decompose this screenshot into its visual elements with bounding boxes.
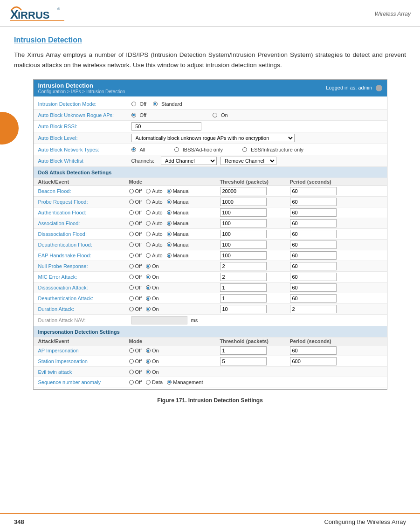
- disassoc-manual-radio[interactable]: [167, 232, 172, 236]
- mode-standard-radio[interactable]: [153, 102, 158, 106]
- duration-atk-off-radio[interactable]: [129, 307, 134, 311]
- auth-manual-radio[interactable]: [167, 210, 172, 215]
- deauth-flood-manual-radio[interactable]: [167, 242, 172, 247]
- duration-atk-on-radio[interactable]: [146, 307, 151, 311]
- network-all-radio[interactable]: [131, 147, 136, 152]
- deauth-atk-off-radio[interactable]: [129, 296, 134, 301]
- attack-period-cell: [290, 346, 360, 355]
- duration-nav-row: Duration Attack NAV: ms: [34, 315, 387, 326]
- duration-period-input[interactable]: [290, 305, 337, 313]
- eap-threshold-input[interactable]: [220, 251, 267, 260]
- attack-event-label: MIC Error Attack:: [38, 274, 129, 280]
- probe-threshold-input[interactable]: [220, 198, 267, 206]
- beacon-manual-radio[interactable]: [167, 189, 172, 193]
- duration-threshold-input[interactable]: [220, 305, 267, 313]
- disassoc-atk-period-input[interactable]: [290, 283, 337, 292]
- beacon-auto-radio[interactable]: [146, 189, 151, 193]
- deauth-atk-threshold-input[interactable]: [220, 294, 267, 303]
- deauth-flood-period-input[interactable]: [290, 241, 337, 249]
- gear-icon[interactable]: [376, 85, 382, 91]
- null-probe-off-radio[interactable]: [129, 264, 134, 268]
- eap-auto-radio[interactable]: [146, 253, 151, 258]
- auth-period-input[interactable]: [290, 208, 337, 217]
- table-row: Disassociation Flood: Off Auto Manual: [34, 229, 387, 240]
- deauth-flood-threshold-input[interactable]: [220, 241, 267, 249]
- sta-imp-threshold-input[interactable]: [220, 357, 267, 365]
- seq-mgmt-radio[interactable]: [167, 380, 172, 385]
- assoc-threshold-input[interactable]: [220, 219, 267, 227]
- sta-imp-on-radio[interactable]: [146, 359, 151, 364]
- sta-imp-period-input[interactable]: [290, 357, 337, 365]
- ap-imp-threshold-input[interactable]: [220, 346, 267, 355]
- seq-data-radio[interactable]: [146, 380, 151, 385]
- attack-period-cell: [290, 208, 360, 217]
- mic-period-input[interactable]: [290, 273, 337, 281]
- eap-off-radio[interactable]: [129, 253, 134, 258]
- attack-event-label: EAP Handshake Flood:: [38, 253, 129, 258]
- intro-paragraph: The Xirrus Array employs a number of IDS…: [14, 50, 406, 70]
- evil-off-radio[interactable]: [129, 370, 134, 374]
- mode-off-radio[interactable]: [131, 102, 136, 106]
- auto-block-on-radio[interactable]: [213, 113, 217, 117]
- deauth-atk-on-radio[interactable]: [146, 296, 151, 301]
- remove-channel-dropdown[interactable]: Remove Channel: [220, 157, 276, 165]
- beacon-off-radio[interactable]: [129, 189, 134, 193]
- duration-nav-input[interactable]: [131, 316, 187, 324]
- auto-block-off-radio[interactable]: [131, 113, 136, 117]
- assoc-manual-radio[interactable]: [167, 221, 172, 226]
- disassoc-period-input[interactable]: [290, 230, 337, 238]
- disassoc-atk-threshold-input[interactable]: [220, 283, 267, 292]
- null-probe-threshold-input[interactable]: [220, 262, 267, 270]
- table-row: Duration Attack: Off On: [34, 304, 387, 315]
- auto-block-rssi-input[interactable]: [131, 122, 201, 131]
- probe-period-input[interactable]: [290, 198, 337, 206]
- probe-off-radio[interactable]: [129, 200, 134, 204]
- attack-threshold-cell: [220, 273, 290, 281]
- deauth-atk-period-input[interactable]: [290, 294, 337, 303]
- network-ibss-radio[interactable]: [174, 147, 179, 152]
- disassoc-atk-on-radio[interactable]: [146, 285, 151, 290]
- impersonation-section-header: Impersonation Detection Settings: [34, 326, 387, 337]
- probe-auto-radio[interactable]: [146, 200, 151, 204]
- disassoc-atk-off-radio[interactable]: [129, 285, 134, 290]
- mic-threshold-input[interactable]: [220, 273, 267, 281]
- auto-block-level-dropdown[interactable]: Automatically block unknown rogue APs wi…: [131, 134, 295, 142]
- beacon-period-input[interactable]: [290, 187, 337, 195]
- eap-manual-radio[interactable]: [167, 253, 172, 258]
- table-row: Authentication Flood: Off Auto Manual: [34, 207, 387, 218]
- sta-imp-off-radio[interactable]: [129, 359, 134, 364]
- seq-off-radio[interactable]: [129, 380, 134, 385]
- add-channel-dropdown[interactable]: Add Channel: [161, 157, 217, 165]
- deauth-flood-auto-radio[interactable]: [146, 242, 151, 247]
- assoc-auto-radio[interactable]: [146, 221, 151, 226]
- ap-imp-period-input[interactable]: [290, 346, 337, 355]
- auth-auto-radio[interactable]: [146, 210, 151, 215]
- attack-mode-controls: Off Auto Manual: [129, 210, 220, 215]
- imp-col-event-header: Attack/Event: [38, 338, 129, 344]
- assoc-period-input[interactable]: [290, 219, 337, 227]
- beacon-threshold-input[interactable]: [220, 187, 267, 195]
- assoc-off-radio[interactable]: [129, 221, 134, 226]
- mic-off-radio[interactable]: [129, 275, 134, 279]
- auth-off-radio[interactable]: [129, 210, 134, 215]
- attack-threshold-cell: [220, 283, 290, 292]
- deauth-flood-off-radio[interactable]: [129, 242, 134, 247]
- table-row: Evil twin attack Off On: [34, 367, 387, 377]
- attack-mode-controls: Off On: [129, 348, 220, 353]
- probe-manual-radio[interactable]: [167, 200, 172, 204]
- null-probe-on-radio[interactable]: [146, 264, 151, 268]
- eap-period-input[interactable]: [290, 251, 337, 260]
- auth-threshold-input[interactable]: [220, 208, 267, 217]
- disassoc-off-radio[interactable]: [129, 232, 134, 236]
- disassoc-threshold-input[interactable]: [220, 230, 267, 238]
- panel-header: Intrusion Detection Configuration > IAPs…: [34, 80, 387, 96]
- null-probe-period-input[interactable]: [290, 262, 337, 270]
- mic-on-radio[interactable]: [146, 275, 151, 279]
- attack-event-label: Association Flood:: [38, 220, 129, 226]
- ap-imp-on-radio[interactable]: [146, 348, 151, 353]
- network-ess-radio[interactable]: [242, 147, 247, 152]
- evil-on-radio[interactable]: [146, 370, 151, 374]
- ap-imp-off-radio[interactable]: [129, 348, 134, 353]
- disassoc-auto-radio[interactable]: [146, 232, 151, 236]
- attack-event-label: Sequence number anomaly: [38, 379, 129, 385]
